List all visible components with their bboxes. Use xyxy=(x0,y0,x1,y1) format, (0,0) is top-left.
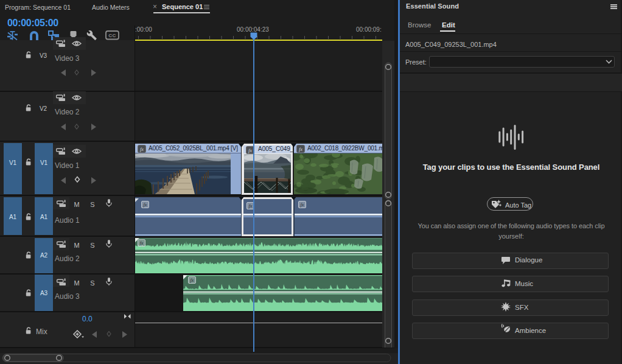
svg-text:fx: fx xyxy=(299,145,302,152)
svg-text:V1: V1 xyxy=(9,159,17,166)
svg-text:A1: A1 xyxy=(40,214,48,220)
svg-text:S: S xyxy=(90,201,94,208)
svg-text:fx: fx xyxy=(300,202,304,208)
svg-text:fx: fx xyxy=(190,278,194,283)
svg-text:M: M xyxy=(74,242,79,249)
svg-text:Video 1: Video 1 xyxy=(55,161,80,170)
svg-text:A1: A1 xyxy=(9,214,17,220)
svg-text:V2: V2 xyxy=(40,105,47,112)
svg-text:A2: A2 xyxy=(40,252,48,259)
svg-text:A3: A3 xyxy=(40,290,48,296)
svg-text:fx: fx xyxy=(249,203,253,209)
svg-text:Mix: Mix xyxy=(36,327,47,336)
svg-text:0.0: 0.0 xyxy=(82,315,93,323)
svg-text:M: M xyxy=(74,201,79,208)
svg-text:Video 3: Video 3 xyxy=(55,54,80,63)
svg-text:Audio 2: Audio 2 xyxy=(55,254,80,263)
svg-text:V3: V3 xyxy=(40,52,47,59)
svg-text:V1: V1 xyxy=(40,159,48,166)
svg-text:S: S xyxy=(90,242,94,249)
svg-text:fx: fx xyxy=(140,145,144,152)
svg-text:S: S xyxy=(90,279,94,287)
svg-text:Video 2: Video 2 xyxy=(55,108,80,116)
svg-text:fx: fx xyxy=(143,202,147,208)
svg-text:fx: fx xyxy=(140,240,144,246)
svg-text:Audio 1: Audio 1 xyxy=(55,216,80,225)
svg-text:fx: fx xyxy=(248,147,252,153)
svg-text:M: M xyxy=(74,279,79,287)
svg-text:Audio 3: Audio 3 xyxy=(55,292,80,301)
